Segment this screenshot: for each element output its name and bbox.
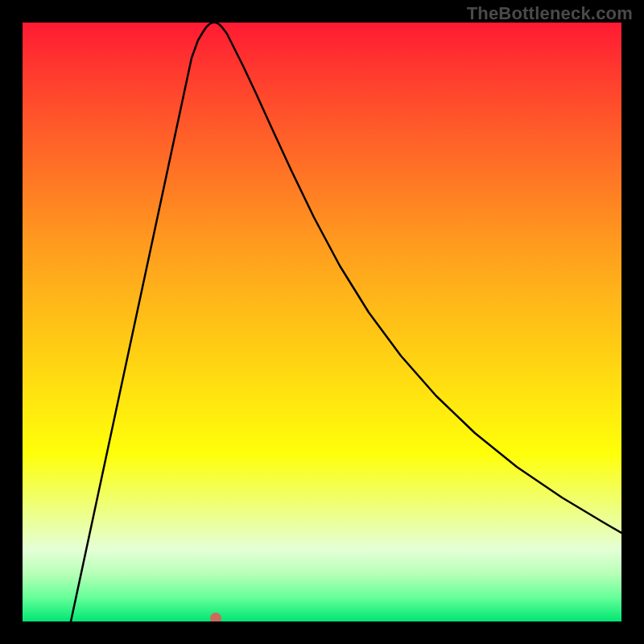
min-marker-dot: [210, 613, 221, 621]
chart-frame: TheBottleneck.com: [0, 0, 644, 644]
watermark-text: TheBottleneck.com: [467, 3, 633, 24]
plot-area: [23, 23, 621, 621]
chart-svg: [23, 23, 621, 621]
bottleneck-curve: [71, 23, 621, 621]
